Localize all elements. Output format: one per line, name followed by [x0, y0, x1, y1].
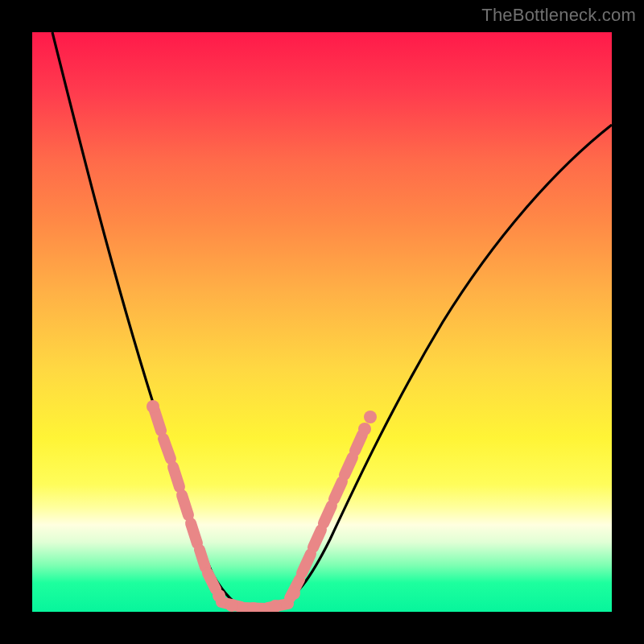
svg-line-1 — [163, 439, 171, 459]
svg-line-3 — [182, 495, 188, 515]
svg-line-20 — [345, 457, 353, 475]
svg-line-18 — [324, 506, 332, 523]
plot-area — [32, 32, 612, 612]
svg-line-16 — [302, 554, 311, 573]
svg-point-24 — [364, 411, 377, 423]
svg-line-5 — [200, 550, 205, 568]
markers-left-arm — [155, 411, 216, 589]
watermark-text: TheBottleneck.com — [481, 5, 636, 26]
svg-line-21 — [355, 435, 362, 451]
svg-line-2 — [173, 467, 180, 487]
svg-line-17 — [313, 530, 321, 547]
svg-line-4 — [191, 523, 197, 543]
chart-frame: TheBottleneck.com — [0, 0, 644, 644]
bottleneck-curve — [52, 32, 612, 609]
svg-line-0 — [155, 411, 161, 431]
svg-point-7 — [147, 400, 159, 413]
svg-line-6 — [208, 573, 216, 589]
svg-point-22 — [287, 587, 300, 600]
markers-bottom-dots — [225, 599, 282, 612]
svg-point-12 — [225, 599, 238, 612]
markers-right-arm — [290, 435, 362, 598]
svg-line-19 — [334, 481, 342, 499]
svg-point-23 — [358, 423, 371, 436]
curve-layer — [32, 32, 612, 612]
